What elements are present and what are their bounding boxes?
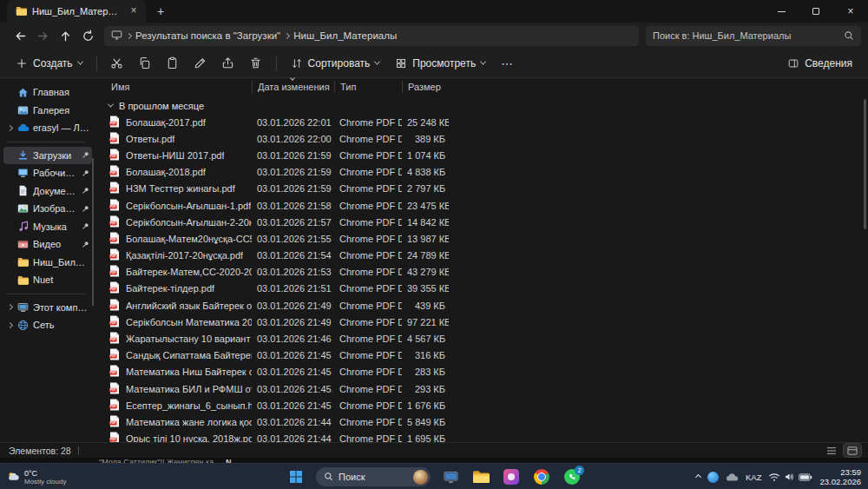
file-row[interactable]: PDFЖаратылыстану 10 вариант НИШ.pdf03.01…: [94, 330, 868, 347]
close-button[interactable]: ×: [833, 0, 868, 23]
tray-expand-chevron[interactable]: [695, 473, 701, 479]
sidebar-item-music[interactable]: Музыка: [3, 218, 92, 236]
share-button[interactable]: [215, 51, 241, 76]
up-button[interactable]: [54, 25, 76, 46]
sidebar-item-video[interactable]: Видео: [3, 235, 92, 254]
details-pane-button[interactable]: Сведения: [780, 51, 859, 76]
language-indicator[interactable]: KAZ: [746, 472, 761, 482]
task-view-icon: [443, 470, 459, 485]
file-row[interactable]: PDFОрыс тілі 10 нұсқа, 2018ж.pdf03.01.20…: [94, 431, 868, 442]
file-size: 43 279 КБ: [402, 267, 449, 277]
pdf-file-icon: PDF: [109, 332, 120, 346]
column-header-date[interactable]: Дата изменения: [252, 81, 334, 93]
sidebar-item-documents[interactable]: Документы: [3, 182, 92, 201]
sidebar-item-gallery[interactable]: Галерея: [3, 102, 92, 120]
quick-settings[interactable]: [768, 472, 812, 482]
new-tab-button[interactable]: +: [151, 2, 170, 21]
start-button[interactable]: [286, 466, 306, 487]
back-button[interactable]: [9, 25, 31, 46]
file-size: 316 КБ: [402, 350, 449, 360]
file-date: 03.01.2026 21:55: [252, 234, 334, 244]
rename-button[interactable]: [187, 51, 214, 76]
pdf-file-icon: PDF: [109, 116, 120, 129]
create-button[interactable]: Создать: [9, 51, 89, 76]
file-row[interactable]: PDFБолашақ-2017.pdf03.01.2026 22:01Chrom…: [94, 114, 868, 130]
explorer-window: Ниш_Бил_Материалы × + ×: [0, 0, 868, 458]
sidebar-item-nish-bil-folder[interactable]: Ниш_Бил_Материалы: [3, 254, 92, 272]
file-row[interactable]: PDFСерікболсын-Ағылшан-2-20нұсқа.pdf03.0…: [94, 214, 868, 230]
minimize-button[interactable]: [764, 0, 799, 23]
file-row[interactable]: PDFОтветы.pdf03.01.2026 22:00Chrome PDF …: [94, 130, 868, 147]
file-type: Chrome PDF Docu...: [334, 267, 402, 277]
list-view-toggle[interactable]: [823, 444, 840, 457]
forward-button[interactable]: [31, 25, 54, 46]
photos-app-icon[interactable]: [501, 466, 522, 487]
task-view-button[interactable]: [440, 466, 461, 487]
sidebar-item-this-pc[interactable]: Этот компьютер: [3, 299, 92, 317]
svg-text:PDF: PDF: [110, 421, 116, 425]
column-header-type[interactable]: Тип: [334, 81, 402, 93]
file-row[interactable]: PDFОтветы-НИШ 2017.pdf03.01.2026 21:59Ch…: [94, 147, 868, 163]
file-row[interactable]: PDFСандық Сипаттама Байтерек ответы 20..…: [94, 347, 868, 364]
delete-button[interactable]: [243, 51, 269, 76]
paste-button[interactable]: [160, 51, 186, 76]
file-row[interactable]: PDFМатематика Ниш Байтерек ответы 202...…: [94, 364, 868, 380]
column-header-size[interactable]: Размер: [402, 81, 449, 93]
file-explorer-icon[interactable]: [470, 466, 491, 487]
file-row[interactable]: PDFСерікболсын Математика 2020.pdf03.01.…: [94, 314, 868, 330]
breadcrumb[interactable]: Результаты поиска в "Загрузки" Ниш_Бил_М…: [104, 26, 639, 46]
file-row[interactable]: PDFБолашақ-2018.pdf03.01.2026 21:59Chrom…: [94, 164, 868, 181]
tab-close-icon[interactable]: ×: [127, 4, 141, 18]
breadcrumb-search-results[interactable]: Результаты поиска в "Загрузки": [135, 30, 280, 41]
maximize-button[interactable]: [799, 0, 833, 23]
file-row[interactable]: PDFАнглийский язык Байтерек ответы.pdf03…: [94, 297, 868, 314]
column-header-name[interactable]: Имя: [106, 81, 252, 93]
file-row[interactable]: PDFМатематика БИЛ и РФМШ ответы Байт...0…: [94, 380, 868, 397]
refresh-button[interactable]: [76, 25, 99, 46]
search-highlight-image[interactable]: [413, 470, 428, 485]
chevron-right-icon: [6, 322, 12, 328]
file-row[interactable]: PDFМатематика жане логика қосымша 12 ...…: [94, 413, 868, 430]
sidebar-item-network[interactable]: Сеть: [3, 316, 92, 334]
group-header[interactable]: В прошлом месяце: [94, 97, 868, 114]
search-input[interactable]: Поиск в: Ниш_Бил_Материалы: [646, 26, 861, 46]
weather-widget[interactable]: 0°C Mostly cloudy: [7, 464, 66, 489]
sidebar-item-desktop[interactable]: Рабочий стол: [3, 164, 92, 182]
more-options-button[interactable]: ⋯: [494, 51, 520, 76]
copy-button[interactable]: [132, 51, 158, 76]
clock[interactable]: 23:59 23.02.2026: [819, 467, 861, 486]
tray-app-icon-blue[interactable]: [707, 472, 719, 483]
file-name: Болашақ-Матем20нұсқа-СС5нұсқа.pdf: [126, 234, 252, 244]
sidebar-item-label: Nuet: [33, 274, 89, 285]
file-row[interactable]: PDFҚазақтілі-2017-20нұсқа.pdf03.01.2026 …: [94, 248, 868, 264]
chrome-icon[interactable]: [531, 466, 552, 487]
file-row[interactable]: PDFБолашақ-Матем20нұсқа-СС5нұсқа.pdf03.0…: [94, 230, 868, 247]
svg-text:PDF: PDF: [110, 372, 116, 375]
sidebar-item-downloads[interactable]: Загрузки: [3, 147, 92, 165]
file-date: 03.01.2026 21:53: [252, 267, 334, 277]
whatsapp-icon[interactable]: 2: [562, 466, 582, 487]
file-row[interactable]: PDFЕсептер_жинағы_6_сынып.html.pdf03.01.…: [94, 397, 868, 413]
taskbar-search[interactable]: Поиск: [316, 467, 431, 486]
statusbar: Элементов: 28: [0, 442, 868, 458]
sidebar-item-pictures[interactable]: Изображения: [3, 200, 92, 218]
sidebar-item-onedrive[interactable]: erasyl — Личное: [3, 119, 92, 137]
cut-button[interactable]: [104, 51, 130, 76]
svg-text:PDF: PDF: [110, 205, 116, 208]
breadcrumb-current-folder[interactable]: Ниш_Бил_Материалы: [293, 30, 397, 41]
file-row[interactable]: PDFБайтерек-Матем,СС-2020-2021жыл.pdf03.…: [94, 264, 868, 281]
sort-button[interactable]: Сортировать: [284, 51, 387, 76]
sidebar-item-nuet[interactable]: Nuet: [3, 271, 92, 289]
search-icon[interactable]: [844, 30, 854, 41]
explorer-tab[interactable]: Ниш_Бил_Материалы ×: [7, 0, 146, 23]
file-size: 24 789 КБ: [402, 250, 449, 261]
details-view-toggle[interactable]: [844, 444, 861, 457]
file-type: Chrome PDF Docu...: [334, 417, 402, 427]
view-button[interactable]: Просмотреть: [388, 51, 492, 76]
file-row[interactable]: PDFНЗМ Тесттер жинағы.pdf03.01.2026 21:5…: [94, 181, 868, 197]
file-row[interactable]: PDFБайтерек-тілдер.pdf03.01.2026 21:51Ch…: [94, 281, 868, 297]
sidebar-item-home[interactable]: Главная: [3, 83, 92, 102]
content-scrollbar[interactable]: [864, 99, 866, 229]
file-row[interactable]: PDFСерікболсын-Ағылшан-1.pdf03.01.2026 2…: [94, 197, 868, 214]
onedrive-tray-icon[interactable]: [726, 472, 739, 481]
